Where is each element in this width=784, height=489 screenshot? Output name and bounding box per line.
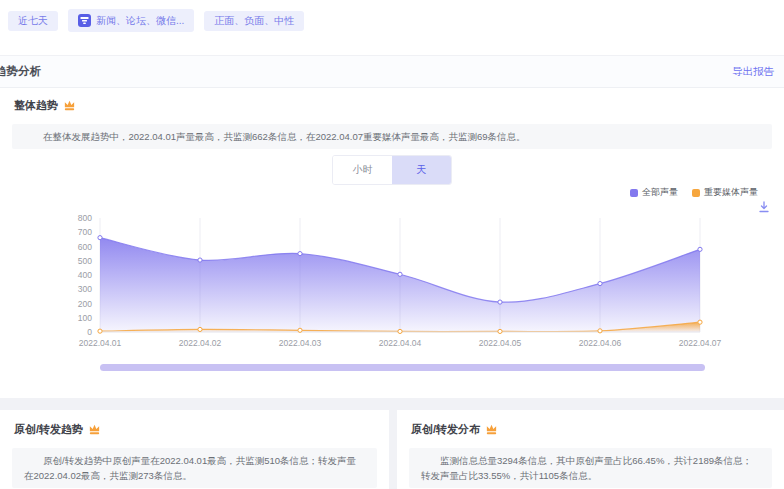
- svg-text:2022.04.04: 2022.04.04: [379, 338, 422, 348]
- svg-text:500: 500: [78, 256, 92, 266]
- crown-icon: [485, 423, 498, 436]
- overall-trend-title-row: 整体趋势: [14, 98, 76, 113]
- svg-text:2022.04.07: 2022.04.07: [679, 338, 722, 348]
- section-header: 趋势分析 导出报告: [0, 55, 784, 88]
- overall-trend-title: 整体趋势: [14, 98, 58, 113]
- svg-text:2022.04.05: 2022.04.05: [479, 338, 522, 348]
- legend-label-important: 重要媒体声量: [704, 186, 758, 199]
- crown-icon: [63, 99, 76, 112]
- origin-repost-dist-title: 原创/转发分布: [411, 422, 480, 437]
- origin-repost-trend-title-row: 原创/转发趋势: [14, 422, 101, 437]
- toggle-day-button[interactable]: 天: [392, 156, 451, 184]
- svg-text:2022.04.06: 2022.04.06: [579, 338, 622, 348]
- filter-bar: 近七天 新闻、论坛、微信... 正面、负面、中性: [8, 9, 304, 32]
- legend-label-total: 全部声量: [642, 186, 678, 199]
- crown-icon: [88, 423, 101, 436]
- origin-repost-trend-summary: 原创/转发趋势中原创声量在2022.04.01最高，共监测510条信息；转发声量…: [12, 448, 377, 488]
- svg-text:700: 700: [78, 227, 92, 237]
- page: 近七天 新闻、论坛、微信... 正面、负面、中性 趋势分析 导出报告 整体趋势 …: [0, 0, 784, 489]
- chart-legend: 全部声量 重要媒体声量: [630, 186, 758, 199]
- svg-text:400: 400: [78, 270, 92, 280]
- overall-trend-card: 整体趋势 在整体发展趋势中，2022.04.01声量最高，共监测662条信息，在…: [0, 88, 784, 398]
- legend-dot-total: [630, 189, 638, 197]
- export-report-button[interactable]: 导出报告: [732, 65, 774, 79]
- filter-chip-time-range[interactable]: 近七天: [8, 11, 58, 31]
- filter-chip-sentiments[interactable]: 正面、负面、中性: [204, 11, 304, 31]
- legend-dot-important: [692, 189, 700, 197]
- origin-repost-dist-title-row: 原创/转发分布: [411, 422, 498, 437]
- origin-repost-dist-card: 原创/转发分布 监测信息总量3294条信息，其中原创声量占比66.45%，共计2…: [397, 410, 784, 489]
- filter-chip-sources[interactable]: 新闻、论坛、微信...: [68, 9, 194, 32]
- svg-text:2022.04.03: 2022.04.03: [279, 338, 322, 348]
- svg-text:100: 100: [78, 313, 92, 323]
- svg-text:200: 200: [78, 299, 92, 309]
- source-filter-icon: [78, 14, 91, 27]
- origin-repost-trend-card: 原创/转发趋势 原创/转发趋势中原创声量在2022.04.01最高，共监测510…: [0, 410, 389, 489]
- legend-item-total[interactable]: 全部声量: [630, 186, 678, 199]
- origin-repost-trend-title: 原创/转发趋势: [14, 422, 83, 437]
- trend-area-chart: 01002003004005006007008002022.04.012022.…: [0, 206, 784, 358]
- page-title: 趋势分析: [0, 64, 41, 79]
- filter-sources-label: 新闻、论坛、微信...: [96, 16, 184, 26]
- svg-text:600: 600: [78, 242, 92, 252]
- svg-text:0: 0: [87, 327, 92, 337]
- svg-text:2022.04.01: 2022.04.01: [79, 338, 122, 348]
- svg-text:300: 300: [78, 284, 92, 294]
- filter-time-range-label: 近七天: [18, 16, 48, 26]
- toggle-hour-button[interactable]: 小时: [333, 156, 392, 184]
- svg-text:2022.04.02: 2022.04.02: [179, 338, 222, 348]
- granularity-toggle: 小时 天: [332, 155, 452, 185]
- overall-trend-summary: 在整体发展趋势中，2022.04.01声量最高，共监测662条信息，在2022.…: [12, 124, 772, 149]
- svg-text:800: 800: [78, 213, 92, 223]
- datazoom-slider[interactable]: [100, 364, 705, 371]
- legend-item-important[interactable]: 重要媒体声量: [692, 186, 758, 199]
- origin-repost-dist-summary: 监测信息总量3294条信息，其中原创声量占比66.45%，共计2189条信息；转…: [409, 448, 772, 488]
- filter-sentiments-label: 正面、负面、中性: [214, 16, 294, 26]
